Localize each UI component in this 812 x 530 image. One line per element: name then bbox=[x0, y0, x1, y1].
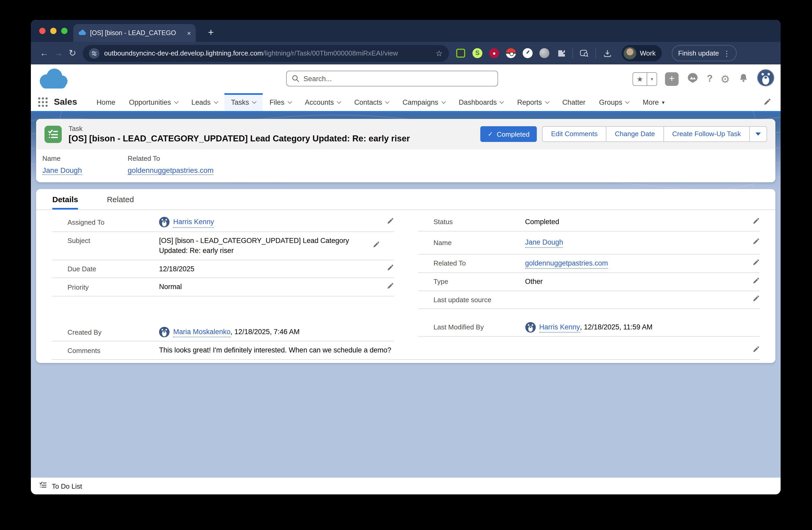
detail-tabs: Details Related bbox=[36, 189, 775, 210]
browser-tab-bar: [OS] [bison - LEAD_CATEGO × + bbox=[31, 20, 781, 42]
salesforce-favicon bbox=[78, 28, 86, 38]
sphere-extension-icon[interactable] bbox=[539, 48, 550, 59]
edit-pencil-icon[interactable] bbox=[752, 346, 760, 355]
setup-gear-icon[interactable]: ⚙ bbox=[721, 72, 730, 85]
tab-contacts[interactable]: Contacts bbox=[347, 93, 396, 111]
task-entity-icon bbox=[44, 125, 62, 143]
screenshot-extension-icon[interactable] bbox=[455, 48, 466, 59]
tab-accounts[interactable]: Accounts bbox=[298, 93, 347, 111]
chevron-down-icon bbox=[499, 99, 504, 104]
address-bar[interactable]: outboundsyncinc-dev-ed.develop.lightning… bbox=[83, 45, 449, 61]
created-by-meta: , 12/18/2025, 7:46 AM bbox=[231, 327, 300, 337]
tab-leads[interactable]: Leads bbox=[185, 93, 224, 111]
created-by-link[interactable]: Maria Moskalenko bbox=[173, 327, 231, 337]
back-icon[interactable]: ← bbox=[37, 48, 51, 58]
forward-icon[interactable]: → bbox=[51, 48, 66, 58]
create-follow-up-task-button[interactable]: Create Follow-Up Task bbox=[663, 127, 749, 141]
name-link[interactable]: Jane Dough bbox=[525, 237, 563, 248]
chevron-down-icon bbox=[625, 99, 630, 104]
field-due-date: Due Date 12/18/2025 bbox=[52, 260, 394, 278]
tab-opportunities[interactable]: Opportunities bbox=[122, 93, 185, 111]
notifications-bell-icon[interactable] bbox=[738, 72, 749, 86]
assigned-to-link[interactable]: Harris Kenny bbox=[173, 217, 214, 227]
drop-extension-icon[interactable]: ● bbox=[489, 48, 499, 59]
tab-more[interactable]: More▾ bbox=[636, 93, 671, 111]
app-launcher-icon[interactable] bbox=[38, 97, 48, 107]
mark-completed-button[interactable]: ✓ Completed bbox=[481, 126, 537, 142]
tab-reports[interactable]: Reports bbox=[510, 93, 556, 111]
tab-groups[interactable]: Groups bbox=[592, 93, 636, 111]
user-avatar-small bbox=[159, 217, 170, 227]
tab-tasks[interactable]: Tasks bbox=[224, 93, 263, 111]
bookmark-star-icon[interactable]: ☆ bbox=[436, 48, 443, 58]
change-date-button[interactable]: Change Date bbox=[606, 127, 663, 141]
pokeball-extension-icon[interactable] bbox=[505, 48, 517, 59]
edit-pencil-icon[interactable] bbox=[373, 241, 380, 250]
reload-icon[interactable]: ↻ bbox=[66, 48, 79, 59]
tab-chatter[interactable]: Chatter bbox=[556, 93, 593, 111]
browser-toolbar: ← → ↻ outboundsyncinc-dev-ed.develop.lig… bbox=[31, 42, 781, 65]
browser-window: [OS] [bison - LEAD_CATEGO × + ← → ↻ outb… bbox=[31, 20, 781, 494]
browser-menu-icon[interactable]: ⋮ bbox=[723, 49, 730, 57]
user-avatar[interactable] bbox=[757, 69, 774, 88]
edit-pencil-icon[interactable] bbox=[752, 238, 760, 247]
s-extension-icon[interactable]: S bbox=[472, 48, 483, 59]
tab-dashboards[interactable]: Dashboards bbox=[452, 93, 510, 111]
browser-profile-button[interactable]: Work bbox=[622, 45, 662, 61]
tab-search-icon[interactable] bbox=[579, 48, 590, 59]
favorites-control[interactable]: ★ ▾ bbox=[633, 72, 657, 86]
last-modified-by-link[interactable]: Harris Kenny bbox=[539, 322, 580, 333]
extensions-puzzle-icon[interactable] bbox=[556, 48, 567, 59]
field-last-modified-by: Last Modified By Harris Kenny , 12/18/20… bbox=[418, 318, 760, 337]
edit-pencil-icon[interactable] bbox=[752, 259, 760, 268]
chevron-down-icon bbox=[252, 99, 257, 104]
tab-files[interactable]: Files bbox=[263, 93, 298, 111]
edit-pencil-icon[interactable] bbox=[386, 264, 394, 274]
global-search[interactable] bbox=[286, 71, 498, 86]
edit-pencil-icon[interactable] bbox=[752, 295, 760, 304]
edit-pencil-icon[interactable] bbox=[386, 282, 394, 292]
new-tab-button[interactable]: + bbox=[204, 25, 218, 40]
tab-home[interactable]: Home bbox=[90, 93, 122, 111]
chevron-down-icon bbox=[214, 99, 218, 104]
more-actions-dropdown[interactable] bbox=[749, 127, 767, 141]
clock-extension-icon[interactable] bbox=[522, 48, 533, 59]
related-to-link[interactable]: goldennuggetpastries.com bbox=[525, 258, 608, 269]
tab-campaigns[interactable]: Campaigns bbox=[396, 93, 452, 111]
salesforce-logo bbox=[38, 68, 69, 92]
tab-close-icon[interactable]: × bbox=[187, 29, 191, 37]
related-to-link[interactable]: goldennuggetpastries.com bbox=[128, 166, 214, 175]
subject-value: [OS] [bison - LEAD_CATEGORY_UPDATED] Lea… bbox=[159, 235, 368, 256]
zoom-window-button[interactable] bbox=[61, 28, 68, 34]
close-window-button[interactable] bbox=[39, 28, 45, 34]
global-create-icon[interactable]: + bbox=[665, 72, 679, 86]
url-path: /lightning/r/Task/00Tbm000008miRxEAI/vie… bbox=[263, 49, 398, 57]
field-name: Name Jane Dough bbox=[418, 231, 760, 254]
trailhead-icon[interactable] bbox=[686, 71, 699, 86]
edit-pencil-icon[interactable] bbox=[752, 277, 760, 287]
traffic-lights bbox=[39, 28, 68, 34]
comments-value: This looks great! I'm definitely interes… bbox=[159, 345, 748, 355]
app-name: Sales bbox=[54, 93, 77, 111]
edit-nav-pencil-icon[interactable] bbox=[763, 98, 771, 108]
edit-pencil-icon[interactable] bbox=[386, 218, 394, 227]
help-icon[interactable]: ? bbox=[707, 73, 713, 84]
favorites-dropdown-icon[interactable]: ▾ bbox=[647, 72, 657, 85]
finish-update-button[interactable]: Finish update ⋮ bbox=[672, 45, 737, 61]
edit-pencil-icon[interactable] bbox=[752, 217, 760, 227]
browser-tab[interactable]: [OS] [bison - LEAD_CATEGO × bbox=[73, 24, 196, 42]
tab-details[interactable]: Details bbox=[52, 195, 78, 209]
field-column-right: Status Completed Name Jane Dough Related… bbox=[418, 213, 760, 342]
highlight-field-related-to: Related To goldennuggetpastries.com bbox=[128, 154, 214, 175]
download-icon[interactable] bbox=[602, 48, 613, 59]
site-settings-icon[interactable] bbox=[89, 48, 99, 58]
finish-update-label: Finish update bbox=[678, 49, 719, 57]
favorites-star-icon[interactable]: ★ bbox=[633, 72, 647, 85]
tab-related[interactable]: Related bbox=[107, 195, 134, 209]
search-input[interactable] bbox=[303, 75, 492, 83]
status-value: Completed bbox=[525, 217, 748, 227]
edit-comments-button[interactable]: Edit Comments bbox=[542, 127, 606, 141]
minimize-window-button[interactable] bbox=[50, 28, 57, 34]
todo-list-label[interactable]: To Do List bbox=[52, 482, 82, 490]
name-link[interactable]: Jane Dough bbox=[42, 166, 82, 175]
